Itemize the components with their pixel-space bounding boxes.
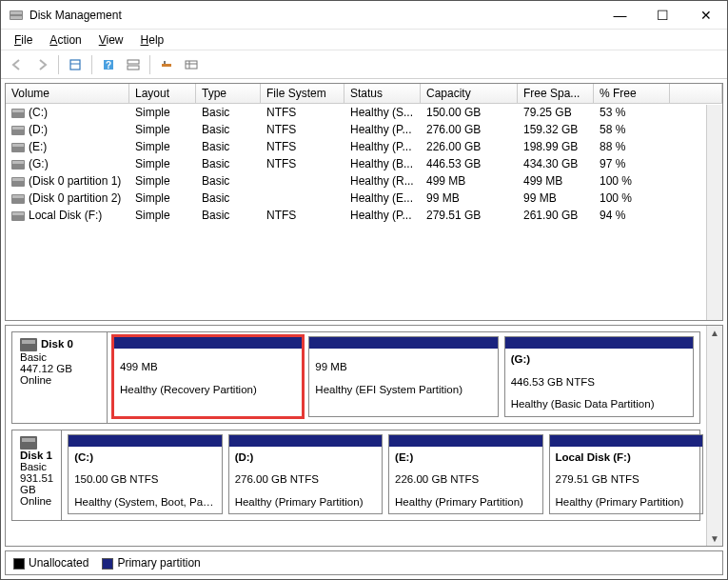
volume-type: Basic xyxy=(196,105,261,120)
titlebar: Disk Management — ☐ ✕ xyxy=(1,1,727,30)
col-layout[interactable]: Layout xyxy=(129,84,196,103)
volume-row[interactable]: (Disk 0 partition 2)SimpleBasicHealthy (… xyxy=(6,190,722,207)
volume-list-body: (C:)SimpleBasicNTFSHealthy (S...150.00 G… xyxy=(6,104,722,224)
svg-rect-10 xyxy=(164,61,166,64)
col-type[interactable]: Type xyxy=(196,84,261,103)
volume-free: 434.30 GB xyxy=(518,156,594,171)
disk-graphic-scrollbar[interactable]: ▲ ▼ xyxy=(706,326,722,546)
menu-help[interactable]: Help xyxy=(133,31,172,49)
partition-size: 499 MB xyxy=(114,356,302,379)
volume-type: Basic xyxy=(196,173,261,189)
volume-row[interactable]: (Disk 0 partition 1)SimpleBasicHealthy (… xyxy=(6,172,722,190)
volume-name: (Disk 0 partition 2) xyxy=(6,190,129,206)
volume-row[interactable]: (C:)SimpleBasicNTFSHealthy (S...150.00 G… xyxy=(6,104,722,121)
partition[interactable]: (E:)226.00 GB NTFSHealthy (Primary Parti… xyxy=(388,434,542,515)
partition-size: 279.51 GB NTFS xyxy=(550,469,702,491)
disk-label[interactable]: Disk 0Basic447.12 GBOnline xyxy=(12,332,108,423)
volume-capacity: 99 MB xyxy=(421,190,518,206)
volume-pct: 58 % xyxy=(594,122,670,137)
partition[interactable]: 99 MBHealthy (EFI System Partition) xyxy=(308,336,498,417)
partition-title: (E:) xyxy=(389,447,541,470)
volume-name: (D:) xyxy=(6,122,129,137)
toolbar: ? xyxy=(1,50,727,79)
volume-status: Healthy (P... xyxy=(344,122,421,137)
disk-icon xyxy=(20,436,37,450)
partition-title xyxy=(309,349,497,356)
volume-row[interactable]: (G:)SimpleBasicNTFSHealthy (B...446.53 G… xyxy=(6,155,722,172)
col-spacer xyxy=(670,84,722,103)
scroll-down-icon[interactable]: ▼ xyxy=(710,531,719,546)
disk-graphic-panel: Disk 0Basic447.12 GBOnline499 MBHealthy … xyxy=(5,325,723,547)
disk-name: Disk 0 xyxy=(41,338,73,350)
volume-status: Healthy (B... xyxy=(344,156,421,171)
disk-type: Basic xyxy=(20,351,99,363)
disk-management-window: Disk Management — ☐ ✕ File Action View H… xyxy=(0,0,728,580)
help-button[interactable]: ? xyxy=(98,54,119,75)
menu-action-label: ction xyxy=(57,33,81,47)
properties-button[interactable] xyxy=(65,54,86,75)
disk-label[interactable]: Disk 1Basic931.51 GBOnline xyxy=(12,430,62,521)
partition[interactable]: (D:)276.00 GB NTFSHealthy (Primary Parti… xyxy=(228,434,383,515)
partition-container: (C:)150.00 GB NTFSHealthy (System, Boot,… xyxy=(62,430,706,521)
col-status[interactable]: Status xyxy=(344,84,421,103)
close-button[interactable]: ✕ xyxy=(684,1,727,29)
back-button[interactable] xyxy=(7,54,28,75)
partition[interactable]: (C:)150.00 GB NTFSHealthy (System, Boot,… xyxy=(68,434,222,515)
svg-rect-1 xyxy=(10,11,22,14)
col-filesystem[interactable]: File System xyxy=(261,84,344,103)
disk-size: 931.51 GB xyxy=(20,472,53,495)
menu-file[interactable]: File xyxy=(7,31,40,49)
partition-size: 99 MB xyxy=(309,356,497,379)
volume-layout: Simple xyxy=(129,105,196,120)
partition-status: Healthy (EFI System Partition) xyxy=(309,379,497,402)
col-capacity[interactable]: Capacity xyxy=(421,84,518,103)
volume-row[interactable]: (E:)SimpleBasicNTFSHealthy (P...226.00 G… xyxy=(6,138,722,155)
volume-list-scrollbar[interactable] xyxy=(706,105,722,320)
forward-button[interactable] xyxy=(31,54,52,75)
volume-layout: Simple xyxy=(129,190,196,206)
volume-capacity: 150.00 GB xyxy=(421,105,518,120)
partition-status: Healthy (Basic Data Partition) xyxy=(505,393,693,416)
volume-icon xyxy=(11,177,25,187)
volume-fs: NTFS xyxy=(261,208,344,223)
partition-stripe xyxy=(229,435,382,447)
volume-pct: 94 % xyxy=(594,208,670,223)
volume-row[interactable]: (D:)SimpleBasicNTFSHealthy (P...276.00 G… xyxy=(6,121,722,138)
app-icon xyxy=(9,8,24,23)
view-top-button[interactable] xyxy=(123,54,144,75)
scroll-up-icon[interactable]: ▲ xyxy=(710,326,719,340)
disk-state: Online xyxy=(20,374,99,386)
col-freespace[interactable]: Free Spa... xyxy=(518,84,594,103)
partition-status: Healthy (System, Boot, Page File, ...) xyxy=(69,491,221,514)
partition-status: Healthy (Primary Partition) xyxy=(229,491,382,514)
list-view-button[interactable] xyxy=(181,54,202,75)
legend-swatch-unallocated xyxy=(13,558,25,570)
volume-list-panel: Volume Layout Type File System Status Ca… xyxy=(5,83,723,321)
volume-name: Local Disk (F:) xyxy=(6,208,129,223)
partition-status: Healthy (Recovery Partition) xyxy=(114,379,302,402)
partition-stripe xyxy=(309,337,497,349)
col-pctfree[interactable]: % Free xyxy=(594,84,670,103)
volume-icon xyxy=(11,160,25,170)
window-controls: — ☐ ✕ xyxy=(599,1,727,29)
volume-free: 261.90 GB xyxy=(518,208,594,223)
minimize-button[interactable]: — xyxy=(599,1,641,29)
volume-type: Basic xyxy=(196,208,261,223)
menu-action[interactable]: Action xyxy=(42,31,89,49)
partition[interactable]: Local Disk (F:)279.51 GB NTFSHealthy (Pr… xyxy=(549,434,703,515)
partition[interactable]: (G:)446.53 GB NTFSHealthy (Basic Data Pa… xyxy=(504,336,694,417)
menu-view[interactable]: View xyxy=(91,31,131,49)
settings-button[interactable] xyxy=(156,54,177,75)
partition[interactable]: 499 MBHealthy (Recovery Partition) xyxy=(113,336,303,417)
col-volume[interactable]: Volume xyxy=(6,84,129,103)
volume-name: (Disk 0 partition 1) xyxy=(6,173,129,189)
svg-rect-2 xyxy=(10,16,22,19)
partition-stripe xyxy=(550,435,702,447)
volume-row[interactable]: Local Disk (F:)SimpleBasicNTFSHealthy (P… xyxy=(6,207,722,224)
partition-size: 226.00 GB NTFS xyxy=(389,469,541,491)
volume-free: 99 MB xyxy=(518,190,594,206)
volume-pct: 53 % xyxy=(594,105,670,120)
legend-unallocated: Unallocated xyxy=(13,556,89,570)
maximize-button[interactable]: ☐ xyxy=(641,1,684,29)
volume-fs: NTFS xyxy=(261,139,344,154)
